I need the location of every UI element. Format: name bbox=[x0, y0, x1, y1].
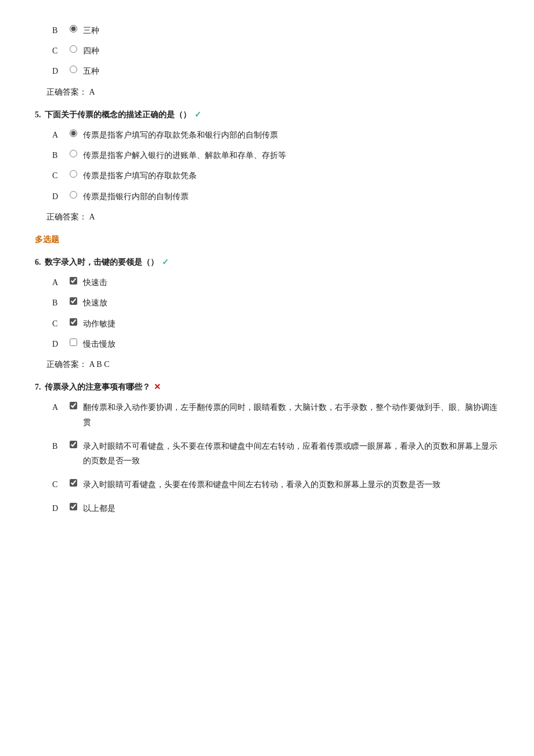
q7-label-d: D bbox=[52, 501, 70, 516]
q6-option-a: A 快速击 bbox=[52, 275, 499, 290]
q6-option-b: B 快速放 bbox=[52, 296, 499, 310]
q5-label-c: C bbox=[52, 168, 70, 183]
question-6-number: 6. bbox=[35, 255, 41, 269]
q7-label-a: A bbox=[52, 400, 70, 415]
q6-label-a: A bbox=[52, 275, 70, 290]
q7-option-d: D 以上都是 bbox=[52, 501, 499, 516]
question-7-text: 传票录入的注意事项有哪些？ bbox=[45, 380, 150, 394]
option-radio-b-san[interactable] bbox=[70, 25, 77, 33]
q7-check-c[interactable] bbox=[70, 479, 77, 487]
correct-answer-q5: 正确答案： A bbox=[46, 210, 499, 224]
question-5-status: ✓ bbox=[194, 107, 201, 122]
question-7: 7. 传票录入的注意事项有哪些？ ✕ A 翻传票和录入动作要协调，左手翻传票的同… bbox=[35, 380, 499, 516]
q6-text-b: 快速放 bbox=[83, 296, 499, 310]
q7-option-b: B 录入时眼睛不可看键盘，头不要在传票和键盘中间左右转动，应看着传票或瞟一眼屏幕… bbox=[52, 439, 499, 468]
question-6-title: 6. 数字录入时，击键的要领是（） ✓ bbox=[35, 255, 499, 269]
q7-text-b: 录入时眼睛不可看键盘，头不要在传票和键盘中间左右转动，应看着传票或瞟一眼屏幕，看… bbox=[83, 439, 499, 468]
question-6: 6. 数字录入时，击键的要领是（） ✓ A 快速击 B 快速放 C 动作敏捷 D… bbox=[35, 255, 499, 372]
question-6-text: 数字录入时，击键的要领是（） bbox=[45, 255, 158, 269]
question-6-status: ✓ bbox=[162, 255, 169, 269]
correct-answer-q4: 正确答案： A bbox=[46, 85, 499, 99]
q6-text-a: 快速击 bbox=[83, 275, 499, 290]
option-text-b-san: 三种 bbox=[83, 23, 499, 38]
q6-option-c: C 动作敏捷 bbox=[52, 316, 499, 331]
q5-option-b: B 传票是指客户解入银行的进账单、解款单和存单、存折等 bbox=[52, 148, 499, 163]
option-row-d-wu: D 五种 bbox=[52, 64, 499, 78]
question-5-number: 5. bbox=[35, 107, 41, 122]
option-label-d: D bbox=[52, 64, 70, 78]
q6-text-d: 慢击慢放 bbox=[83, 337, 499, 351]
q6-check-d[interactable] bbox=[70, 339, 77, 346]
q5-option-a: A 传票是指客户填写的存取款凭条和银行内部的自制传票 bbox=[52, 128, 499, 142]
q5-label-b: B bbox=[52, 148, 70, 163]
q5-text-a: 传票是指客户填写的存取款凭条和银行内部的自制传票 bbox=[83, 128, 499, 142]
q5-text-d: 传票是指银行内部的自制传票 bbox=[83, 189, 499, 204]
option-text-c-si: 四种 bbox=[83, 44, 499, 58]
q7-check-a[interactable] bbox=[70, 402, 77, 409]
q7-text-d: 以上都是 bbox=[83, 501, 499, 516]
option-label-b: B bbox=[52, 23, 70, 38]
multi-section-label: 多选题 bbox=[35, 232, 499, 247]
question-5-text: 下面关于传票的概念的描述正确的是（） bbox=[45, 107, 191, 122]
option-label-c: C bbox=[52, 44, 70, 58]
option-text-d-wu: 五种 bbox=[83, 64, 499, 78]
q5-option-c: C 传票是指客户填写的存取款凭条 bbox=[52, 168, 499, 183]
q6-label-c: C bbox=[52, 316, 70, 331]
q5-label-a: A bbox=[52, 128, 70, 142]
q5-label-d: D bbox=[52, 189, 70, 204]
q6-label-b: B bbox=[52, 296, 70, 310]
q5-text-b: 传票是指客户解入银行的进账单、解款单和存单、存折等 bbox=[83, 148, 499, 163]
question-7-number: 7. bbox=[35, 380, 41, 394]
q7-option-c: C 录入时眼睛可看键盘，头要在传票和键盘中间左右转动，看录入的页数和屏幕上显示的… bbox=[52, 477, 499, 492]
option-row-b-san: B 三种 bbox=[52, 23, 499, 38]
partial-question-top: B 三种 C 四种 D 五种 正确答案： A bbox=[35, 23, 499, 99]
q5-text-c: 传票是指客户填写的存取款凭条 bbox=[83, 168, 499, 183]
q6-check-b[interactable] bbox=[70, 297, 77, 305]
q6-check-a[interactable] bbox=[70, 277, 77, 285]
question-7-title: 7. 传票录入的注意事项有哪些？ ✕ bbox=[35, 380, 499, 394]
q7-label-b: B bbox=[52, 439, 70, 453]
q7-text-c: 录入时眼睛可看键盘，头要在传票和键盘中间左右转动，看录入的页数和屏幕上显示的页数… bbox=[83, 477, 499, 492]
question-5: 5. 下面关于传票的概念的描述正确的是（） ✓ A 传票是指客户填写的存取款凭条… bbox=[35, 107, 499, 224]
q5-radio-a[interactable] bbox=[70, 129, 77, 137]
q7-option-a: A 翻传票和录入动作要协调，左手翻传票的同时，眼睛看数，大脑计数，右手录数，整个… bbox=[52, 400, 499, 429]
question-5-title: 5. 下面关于传票的概念的描述正确的是（） ✓ bbox=[35, 107, 499, 122]
q5-radio-d[interactable] bbox=[70, 191, 77, 199]
correct-answer-q6: 正确答案： A B C bbox=[46, 357, 499, 372]
q6-check-c[interactable] bbox=[70, 318, 77, 326]
q5-radio-b[interactable] bbox=[70, 150, 77, 157]
q5-option-d: D 传票是指银行内部的自制传票 bbox=[52, 189, 499, 204]
q6-text-c: 动作敏捷 bbox=[83, 316, 499, 331]
q7-check-d[interactable] bbox=[70, 503, 77, 510]
q6-label-d: D bbox=[52, 337, 70, 351]
q7-check-b[interactable] bbox=[70, 441, 77, 448]
q7-label-c: C bbox=[52, 477, 70, 492]
q5-radio-c[interactable] bbox=[70, 170, 77, 178]
q7-text-a: 翻传票和录入动作要协调，左手翻传票的同时，眼睛看数，大脑计数，右手录数，整个动作… bbox=[83, 400, 499, 429]
option-radio-c-si[interactable] bbox=[70, 45, 77, 53]
q6-option-d: D 慢击慢放 bbox=[52, 337, 499, 351]
option-radio-d-wu[interactable] bbox=[70, 66, 77, 73]
question-7-status: ✕ bbox=[154, 380, 161, 394]
option-row-c-si: C 四种 bbox=[52, 44, 499, 58]
